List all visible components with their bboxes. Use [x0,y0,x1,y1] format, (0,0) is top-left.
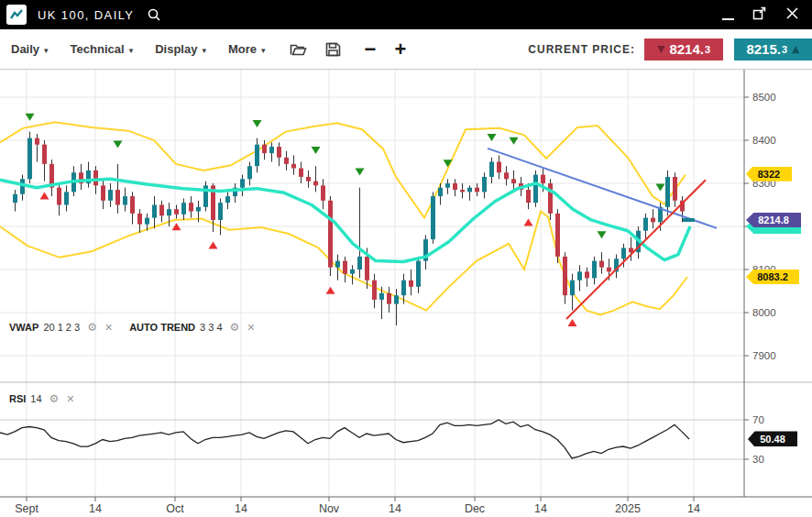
signal-arrows [26,114,665,326]
svg-text:14: 14 [687,502,700,515]
svg-text:2025: 2025 [615,502,641,515]
buy-price-badge[interactable]: 8215.3 ▲ [734,38,812,60]
app-logo-icon [6,5,27,25]
arrow-down-icon: ▼ [657,43,664,55]
chevron-down-icon: ▾ [44,46,49,55]
bollinger-upper-badge: 8322 [746,167,792,182]
auto-trend-remove-icon[interactable]: ✕ [247,322,255,334]
menu-display[interactable]: Display▾ [155,42,206,56]
current-price-label: CURRENT PRICE: [528,43,635,56]
zoom-out-button[interactable]: − [365,40,377,59]
svg-text:70: 70 [752,414,764,425]
title-bar: UK 100, DAILY [0,0,812,29]
sell-arrow-icon [510,138,519,145]
bollinger-bands [0,122,687,314]
buy-arrow-icon [568,319,577,326]
rsi-remove-icon[interactable]: ✕ [66,393,74,405]
last-price-badge: 8214.8 [746,213,801,227]
zoom-in-button[interactable]: + [394,40,406,59]
instrument-title: UK 100, DAILY [38,8,134,22]
sell-arrow-icon [312,147,321,154]
menu-timeframe[interactable]: Daily▾ [11,42,49,56]
auto-trend-settings-icon[interactable]: ⚙ [230,321,240,334]
buy-arrow-icon [40,192,49,199]
vwap-label: VWAP [9,322,38,333]
popout-icon[interactable] [752,6,767,24]
vwap-remove-icon[interactable]: ✕ [104,322,113,334]
chevron-down-icon: ▾ [129,46,134,55]
chart-window: 85008400830082008100800079007030Sept14Oc… [0,0,812,517]
rsi-label: RSI [9,393,26,404]
buy-arrow-icon [209,241,218,248]
rsi-line [0,420,689,458]
buy-arrow-icon [326,287,335,294]
minimize-icon[interactable] [722,18,734,20]
svg-text:7900: 7900 [752,350,776,361]
last-price-marker [683,218,695,222]
sell-arrow-icon [114,140,123,148]
arrow-up-icon: ▲ [792,43,799,55]
svg-text:14: 14 [235,502,247,515]
svg-text:8400: 8400 [752,135,776,146]
svg-text:30: 30 [752,454,764,465]
open-folder-icon[interactable] [290,42,307,57]
vwap-settings-icon[interactable]: ⚙ [87,321,97,334]
rsi-indicator-labels: RSI 14 ⚙ ✕ [9,392,75,405]
svg-text:14: 14 [89,502,102,515]
auto-trend-label: AUTO TREND [129,322,195,333]
svg-text:14: 14 [389,502,401,515]
chevron-down-icon: ▾ [261,46,266,55]
buy-arrow-icon [524,219,533,226]
sell-price-badge[interactable]: ▼ 8214.3 [644,38,723,60]
chevron-down-icon: ▾ [202,46,206,55]
chart-canvas[interactable]: 85008400830082008100800079007030Sept14Oc… [0,0,812,517]
menu-more[interactable]: More▾ [228,42,266,56]
sell-arrow-icon [598,231,607,238]
main-indicator-labels: VWAP 20 1 2 3 ⚙ ✕ AUTO TREND 3 3 4 ⚙ ✕ [9,321,256,334]
toolbar: Daily▾ Technical▾ Display▾ More▾ − + CUR… [0,29,812,70]
rsi-value-badge: 50.48 [748,431,797,446]
candles [13,132,685,326]
svg-text:8000: 8000 [752,307,776,318]
svg-text:8500: 8500 [752,92,776,103]
sell-arrow-icon [356,169,365,176]
menu-technical[interactable]: Technical▾ [71,42,134,56]
svg-text:Sept: Sept [15,502,38,515]
rsi-settings-icon[interactable]: ⚙ [49,392,60,405]
save-icon[interactable] [325,42,341,57]
sell-arrow-icon [253,120,262,127]
svg-text:14: 14 [534,502,547,515]
bollinger-lower-badge: 8083.2 [746,270,799,284]
svg-text:Nov: Nov [319,502,340,515]
sell-arrow-icon [656,183,665,191]
search-icon[interactable] [147,7,161,22]
close-icon[interactable] [785,6,799,24]
svg-text:Dec: Dec [465,502,485,515]
svg-text:Oct: Oct [166,502,184,515]
